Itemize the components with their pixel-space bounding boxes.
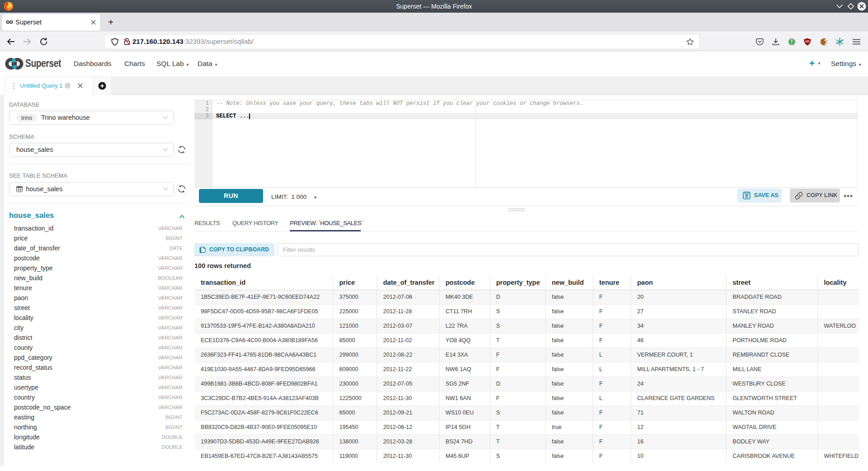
svg-text:UO: UO <box>805 40 810 43</box>
